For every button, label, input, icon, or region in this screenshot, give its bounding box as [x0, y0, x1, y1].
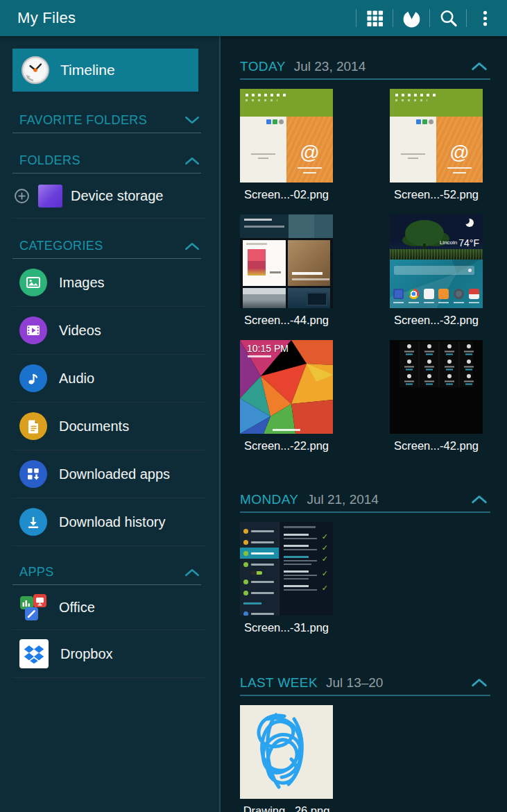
file-tile[interactable]: @ Screen...-02.png — [240, 89, 333, 203]
divider — [12, 218, 205, 219]
audio-icon — [19, 364, 47, 392]
divider — [12, 133, 201, 133]
file-tile[interactable]: Drawing...26.png — [240, 705, 333, 812]
folder-icon — [38, 185, 62, 208]
sidebar-item-office[interactable]: Office — [0, 585, 219, 629]
sidebar-item-documents[interactable]: Documents — [0, 403, 219, 450]
group-title: TODAY — [240, 59, 286, 74]
documents-icon — [19, 412, 47, 440]
file-thumbnail — [390, 340, 483, 434]
chevron-up-icon — [471, 61, 488, 71]
sidebar-item-label: Timeline — [60, 62, 115, 78]
storage-usage-button[interactable] — [393, 0, 429, 36]
group-header-monday: MONDAY Jul 21, 2014 — [240, 492, 490, 507]
sidebar-item-label: Images — [59, 275, 105, 291]
sidebar-item-download-history[interactable]: Download history — [0, 498, 219, 545]
file-tile[interactable]: Screen...-44.png — [240, 214, 333, 329]
sidebar-item-label: Documents — [59, 418, 129, 434]
sidebar-item-timeline[interactable]: Timeline — [12, 49, 198, 92]
file-name: Screen...-31.png — [240, 621, 333, 636]
sidebar-item-label: Audio — [59, 371, 94, 387]
dropbox-app-icon — [19, 639, 49, 668]
sidebar: Timeline FAVORITE FOLDERS FOLDERS Device… — [0, 36, 221, 812]
overflow-menu-icon — [475, 8, 495, 28]
section-header-label: APPS — [19, 565, 54, 580]
sidebar-item-label: Download history — [59, 514, 165, 530]
sidebar-header-folders[interactable]: FOLDERS — [19, 153, 200, 168]
sidebar-item-device-storage[interactable]: Device storage — [0, 174, 219, 218]
group-title: LAST WEEK — [240, 675, 318, 691]
sidebar-header-favorite-folders[interactable]: FAVORITE FOLDERS — [19, 112, 200, 128]
action-bar-buttons — [356, 0, 507, 36]
section-header-label: FOLDERS — [19, 153, 80, 168]
sidebar-item-downloaded-apps[interactable]: Downloaded apps — [0, 450, 219, 498]
videos-icon — [19, 316, 47, 344]
sidebar-item-audio[interactable]: Audio — [0, 355, 219, 402]
grid-view-button[interactable] — [356, 0, 393, 36]
collapse-group-button[interactable] — [468, 60, 490, 74]
expand-plus-icon[interactable] — [14, 188, 30, 204]
group-date: Jul 21, 2014 — [307, 492, 379, 507]
storage-pie-icon — [401, 8, 422, 29]
main-layout: Timeline FAVORITE FOLDERS FOLDERS Device… — [0, 36, 507, 812]
sidebar-header-categories[interactable]: CATEGORIES — [19, 238, 200, 253]
collapse-group-button[interactable] — [468, 493, 490, 507]
chevron-up-icon — [184, 242, 200, 251]
file-name: Screen...-32.png — [390, 314, 483, 329]
images-icon — [19, 269, 47, 296]
file-thumbnail — [240, 214, 333, 308]
sidebar-item-videos[interactable]: Videos — [0, 307, 219, 354]
section-header-label: FAVORITE FOLDERS — [19, 113, 147, 128]
file-tile[interactable]: Lincoln74°F Screen...-32.png — [390, 214, 483, 329]
search-button[interactable] — [430, 0, 466, 36]
file-thumbnail: @ — [390, 89, 483, 183]
app-title: My Files — [0, 9, 76, 27]
file-tile[interactable]: 10:15 PM Screen...-22.png — [240, 340, 333, 455]
file-tile[interactable]: Screen...-42.png — [390, 340, 483, 455]
divider — [12, 545, 205, 546]
divider — [12, 677, 205, 678]
more-options-button[interactable] — [467, 0, 503, 36]
file-tile[interactable]: Screen...-31.png — [240, 522, 333, 636]
section-header-label: CATEGORIES — [19, 239, 103, 253]
chevron-up-icon — [471, 677, 488, 687]
group-header-last-week: LAST WEEK Jul 13–20 — [240, 675, 490, 691]
group-date: Jul 23, 2014 — [294, 59, 366, 74]
sidebar-header-apps[interactable]: APPS — [19, 564, 200, 580]
download-history-icon — [19, 508, 47, 536]
timeline-content: TODAY Jul 23, 2014 — [221, 36, 507, 812]
file-name: Screen...-02.png — [240, 188, 333, 203]
chevron-up-icon — [471, 494, 488, 504]
sidebar-item-label: Device storage — [71, 188, 163, 204]
sidebar-item-images[interactable]: Images — [0, 259, 219, 306]
downloaded-apps-icon — [19, 460, 47, 488]
file-grid-last-week: Drawing...26.png — [240, 705, 490, 812]
file-thumbnail: 10:15 PM — [240, 340, 333, 434]
office-app-icon — [19, 593, 47, 621]
file-grid-monday: Screen...-31.png — [240, 522, 490, 636]
chevron-down-icon — [184, 116, 200, 125]
file-grid-today: @ Screen...-02.png — [240, 89, 490, 455]
file-name: Drawing...26.png — [240, 804, 333, 812]
clock-icon — [21, 56, 50, 85]
sidebar-item-label: Office — [59, 600, 95, 616]
collapse-group-button[interactable] — [468, 676, 490, 691]
file-name: Screen...-22.png — [240, 439, 333, 455]
file-thumbnail — [240, 705, 333, 799]
divider — [240, 695, 490, 696]
sidebar-item-label: Videos — [59, 323, 101, 339]
file-thumbnail — [240, 522, 333, 616]
action-bar: My Files — [0, 0, 507, 36]
grid-view-icon — [365, 8, 385, 28]
divider — [240, 78, 490, 80]
file-tile[interactable]: @ Screen...-52.png — [390, 89, 483, 203]
sidebar-item-dropbox[interactable]: Dropbox — [0, 630, 219, 677]
file-thumbnail: @ — [240, 89, 333, 183]
file-name: Screen...-44.png — [240, 314, 333, 329]
file-name: Screen...-42.png — [390, 439, 483, 455]
sidebar-item-label: Downloaded apps — [59, 466, 170, 482]
sidebar-item-label: Dropbox — [60, 646, 113, 662]
file-name: Screen...-52.png — [390, 188, 483, 203]
divider — [240, 511, 490, 513]
chevron-up-icon — [184, 568, 200, 577]
